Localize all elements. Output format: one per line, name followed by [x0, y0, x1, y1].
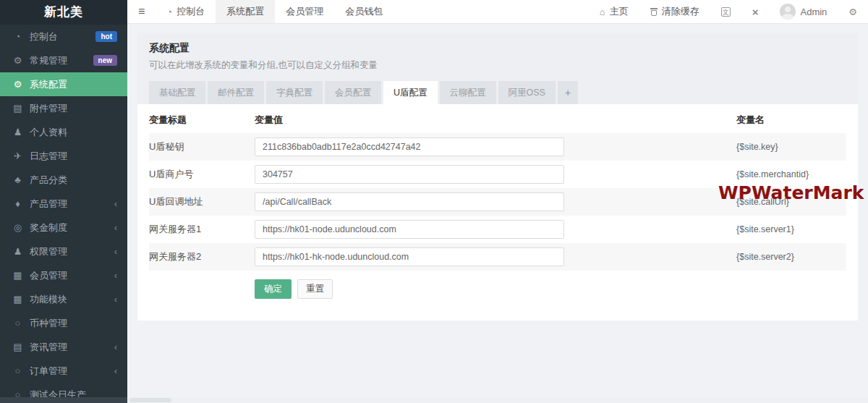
tab-ali-oss[interactable]: 阿里OSS: [498, 81, 556, 104]
sidebar-item-label: 订单管理: [30, 365, 67, 378]
sidebar-item-orders[interactable]: ○ 订单管理 ‹: [0, 359, 127, 383]
sidebar-item-label: 权限管理: [30, 245, 67, 258]
newspaper-icon: ▤: [12, 342, 23, 352]
table-row: U盾秘钥 {$site.key}: [149, 133, 846, 161]
fullscreen-icon: ×: [752, 7, 759, 17]
home-icon: ⌂: [600, 7, 605, 17]
nav-tab-dashboard[interactable]: ◔ 控制台: [156, 0, 216, 23]
gear-icon: ⚙: [12, 79, 23, 90]
hot-badge: hot: [95, 31, 117, 42]
sidebar-item-label: 产品管理: [30, 198, 67, 211]
nav-tab-wallet[interactable]: 会员钱包: [334, 0, 393, 23]
sidebar-item-dashboard[interactable]: ◔ 控制台 hot: [0, 25, 127, 48]
home-label: 主页: [610, 5, 629, 18]
var-name: {$site.server2}: [736, 252, 846, 262]
home-link[interactable]: ⌂ 主页: [589, 0, 639, 23]
dashboard-icon: ◔: [12, 31, 23, 42]
user-icon: ♟: [12, 127, 23, 137]
nav-tab-label: 控制台: [176, 5, 205, 18]
nav-tab-label: 会员钱包: [345, 5, 383, 18]
main-content: 系统配置 可以在此增改系统的变量和分组,也可以自定义分组和变量 基础配置 邮件配…: [127, 24, 868, 403]
sidebar-item-product-category[interactable]: ♣ 产品分类: [0, 168, 127, 192]
field-label: 网关服务器1: [149, 223, 255, 236]
chevron-left-icon: ‹: [114, 247, 117, 256]
reset-button[interactable]: 重置: [297, 279, 333, 299]
sidebar-item-permissions[interactable]: ♟ 权限管理 ‹: [0, 239, 127, 263]
confirm-button[interactable]: 确定: [255, 279, 292, 299]
settings-button[interactable]: ⚙: [838, 0, 868, 23]
clear-cache-button[interactable]: 清除缓存: [639, 0, 710, 23]
sidebar-item-bonus[interactable]: ◎ 奖金制度 ‹: [0, 216, 127, 239]
chevron-left-icon: ‹: [114, 366, 117, 376]
circle-icon: ○: [12, 318, 23, 328]
fullscreen-button[interactable]: ×: [741, 0, 770, 23]
tab-member-config[interactable]: 会员配置: [325, 81, 381, 104]
sidebar-item-label: 奖金制度: [30, 221, 67, 234]
page-subtitle: 可以在此增改系统的变量和分组,也可以自定义分组和变量: [149, 59, 846, 72]
user-menu[interactable]: Admin: [769, 0, 838, 23]
add-tab-button[interactable]: +: [558, 81, 578, 104]
avatar: [780, 4, 796, 20]
col-header-var-name: 变量名: [736, 114, 846, 127]
new-badge: new: [93, 55, 117, 66]
sidebar-item-label: 功能模块: [30, 293, 67, 306]
language-icon: 文: [721, 7, 731, 17]
leaf-icon: ♣: [12, 174, 23, 185]
var-name: {$site.server1}: [736, 224, 846, 234]
sidebar-item-label: 附件管理: [30, 102, 67, 115]
tab-ushield-config[interactable]: U盾配置: [383, 81, 438, 104]
field-label: 网关服务器2: [149, 250, 255, 263]
sidebar-item-label: 控制台: [30, 30, 58, 43]
scrollbar-thumb[interactable]: [129, 398, 171, 402]
gateway-server1-input[interactable]: [255, 220, 564, 239]
tab-cloudchat-config[interactable]: 云聊配置: [440, 81, 496, 104]
sidebar-item-label: 日志管理: [30, 150, 67, 163]
sidebar-item-currency[interactable]: ○ 币种管理: [0, 311, 127, 335]
field-label: U盾回调地址: [149, 195, 255, 208]
sidebar-item-logs[interactable]: ✈ 日志管理: [0, 144, 127, 168]
sidebar-item-members[interactable]: ▦ 会员管理 ‹: [0, 263, 127, 287]
ushield-key-input[interactable]: [255, 137, 564, 156]
sidebar-item-modules[interactable]: ▦ 功能模块 ‹: [0, 287, 127, 311]
sidebar-item-attachments[interactable]: ▤ 附件管理: [0, 96, 127, 120]
var-name: {$site.key}: [736, 142, 846, 152]
tab-mail-config[interactable]: 邮件配置: [208, 81, 264, 104]
table-header-row: 变量标题 变量值 变量名: [149, 107, 846, 133]
cogs-icon: ⚙: [12, 55, 23, 66]
table-row: 网关服务器1 {$site.server1}: [149, 216, 846, 243]
sidebar-item-system-config[interactable]: ⚙ 系统配置: [0, 72, 127, 96]
sidebar-toggle-button[interactable]: ≡: [127, 0, 156, 23]
chevron-left-icon: ‹: [114, 294, 117, 304]
sidebar-item-news[interactable]: ▤ 资讯管理 ‹: [0, 335, 127, 359]
bonus-icon: ◎: [12, 222, 23, 233]
users-icon: ♟: [12, 246, 23, 257]
horizontal-scrollbar[interactable]: [0, 397, 868, 403]
chevron-left-icon: ‹: [114, 223, 117, 232]
clear-cache-label: 清除缓存: [662, 5, 699, 18]
sidebar-item-general-admin[interactable]: ⚙ 常规管理 new: [0, 48, 127, 72]
gateway-server2-input[interactable]: [255, 247, 564, 266]
sidebar-item-product-admin[interactable]: ♦ 产品管理 ‹: [0, 192, 127, 216]
card-header: 系统配置 可以在此增改系统的变量和分组,也可以自定义分组和变量 基础配置 邮件配…: [137, 33, 858, 104]
field-label: U盾秘钥: [149, 140, 255, 153]
sidebar-item-label: 会员管理: [30, 269, 67, 282]
chevron-left-icon: ‹: [114, 342, 117, 352]
nav-tab-system-config[interactable]: 系统配置: [216, 0, 275, 23]
table-icon: ▦: [12, 270, 23, 281]
dashboard-icon: ◔: [166, 7, 172, 17]
language-button[interactable]: 文: [710, 0, 741, 23]
sidebar-item-profile[interactable]: ♟ 个人资料: [0, 120, 127, 144]
col-header-var-title: 变量标题: [149, 114, 255, 127]
ushield-callback-input[interactable]: [255, 192, 564, 211]
ushield-merchant-input[interactable]: [255, 165, 564, 184]
nav-tab-label: 系统配置: [226, 5, 264, 18]
gem-icon: ♦: [12, 198, 23, 209]
scrollbar-track: [127, 397, 868, 403]
trash-icon: [650, 7, 658, 16]
circle-icon: ○: [12, 365, 23, 376]
sidebar-item-label: 资讯管理: [30, 341, 67, 354]
table-row: U盾回调地址 {$site.callUrl}: [149, 188, 846, 216]
tab-basic-config[interactable]: 基础配置: [149, 81, 205, 104]
tab-dict-config[interactable]: 字典配置: [266, 81, 323, 104]
nav-tab-members[interactable]: 会员管理: [275, 0, 334, 23]
